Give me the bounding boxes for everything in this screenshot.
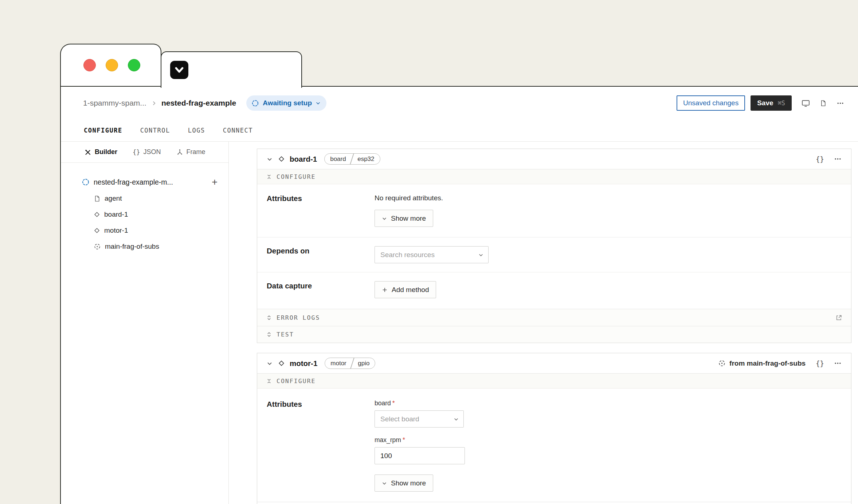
mode-builder[interactable]: Builder (84, 148, 117, 156)
card-header: board-1 board esp32 {} (257, 149, 851, 169)
fragment-source-label: from main-frag-of-subs (729, 359, 806, 367)
configure-section-header[interactable]: CONFIGURE (257, 169, 851, 184)
sidebar: Builder {} JSON Frame (61, 142, 229, 504)
max-rpm-field: max_rpm * (375, 436, 465, 464)
page-title: nested-frag-example (161, 99, 236, 107)
close-window-button[interactable] (83, 59, 96, 71)
collapse-section-icon (266, 378, 272, 384)
plus-icon (382, 287, 388, 293)
fragment-source: from main-frag-of-subs (718, 359, 806, 367)
mode-frame[interactable]: Frame (176, 148, 205, 156)
max-rpm-field-label: max_rpm (375, 436, 401, 444)
depends-on-placeholder: Search resources (380, 251, 435, 259)
json-braces-icon[interactable]: {} (816, 155, 824, 163)
page-header: 1-spammy-spam... nested-frag-example Awa… (61, 87, 858, 119)
resource-card-motor-1: motor-1 motor gpio from main-frag-of-sub… (257, 353, 851, 504)
model-tag: gpio (352, 358, 375, 369)
expand-section-icon (266, 315, 272, 320)
save-button[interactable]: Save ⌘S (751, 95, 792, 111)
tab-connect[interactable]: CONNECT (223, 127, 253, 134)
viam-logo-icon (170, 61, 188, 79)
card-overflow-menu-icon[interactable] (834, 359, 842, 367)
card-overflow-menu-icon[interactable] (834, 155, 842, 163)
tree-item-motor-1[interactable]: motor-1 (61, 223, 228, 239)
diamond-icon (94, 227, 100, 234)
board-select[interactable]: Select board (375, 410, 464, 428)
resource-name: board-1 (290, 155, 317, 164)
frame-axes-icon (176, 149, 183, 155)
depends-on-select[interactable]: Search resources (375, 246, 489, 263)
unsaved-changes-label: Unsaved changes (683, 99, 738, 107)
document-icon[interactable] (820, 99, 827, 107)
monitor-icon[interactable] (802, 99, 810, 107)
no-required-attributes-text: No required attributes. (375, 194, 443, 202)
diamond-icon (94, 211, 100, 218)
attributes-row: Attributes No required attributes. Show … (257, 184, 851, 237)
tab-control[interactable]: CONTROL (140, 127, 170, 134)
builder-wrench-icon (84, 149, 91, 156)
attributes-row: Attributes board * Select board (257, 389, 851, 502)
model-tag: esp32 (352, 154, 380, 164)
chevron-down-icon (454, 417, 459, 422)
breadcrumb-parent[interactable]: 1-spammy-spam... (83, 99, 146, 107)
test-section-header[interactable]: TEST (257, 326, 851, 343)
mode-json[interactable]: {} JSON (133, 148, 161, 156)
board-select-placeholder: Select board (380, 415, 419, 423)
configure-section-header[interactable]: CONFIGURE (257, 374, 851, 389)
chevron-down-icon (478, 252, 483, 257)
machine-status-spinner-icon (82, 178, 90, 186)
required-asterisk: * (392, 399, 395, 407)
collapse-section-icon (266, 174, 272, 180)
expand-section-icon (266, 332, 272, 337)
status-badge[interactable]: Awaiting setup (246, 95, 326, 111)
max-rpm-input[interactable] (375, 447, 465, 464)
status-badge-label: Awaiting setup (263, 99, 312, 107)
tab-configure[interactable]: CONFIGURE (84, 127, 122, 134)
show-more-button[interactable]: Show more (375, 210, 433, 227)
board-field-label: board (375, 399, 391, 407)
collapse-card-icon[interactable] (267, 361, 273, 366)
unsaved-changes-button[interactable]: Unsaved changes (677, 95, 745, 111)
overflow-menu-icon[interactable] (837, 99, 844, 107)
type-tag: board (325, 154, 351, 164)
json-braces-icon[interactable]: {} (816, 359, 824, 367)
app-window: 1-spammy-spam... nested-frag-example Awa… (60, 86, 858, 504)
sidebar-mode-switcher: Builder {} JSON Frame (61, 142, 228, 163)
desktop-background: 1-spammy-spam... nested-frag-example Awa… (0, 0, 858, 504)
fragment-icon (94, 243, 101, 250)
chevron-down-icon (316, 101, 321, 106)
awaiting-spinner-icon (251, 99, 259, 107)
minimize-window-button[interactable] (106, 59, 118, 71)
type-tag: motor (325, 358, 352, 369)
tree-root-machine[interactable]: nested-frag-example-m... + (61, 174, 228, 190)
browser-tab[interactable] (161, 51, 302, 88)
fragment-icon (718, 359, 726, 367)
maximize-window-button[interactable] (128, 59, 140, 71)
add-method-button[interactable]: Add method (375, 281, 436, 298)
resource-tree: nested-frag-example-m... + agent board (61, 163, 228, 255)
tab-logs[interactable]: LOGS (188, 127, 205, 134)
next-section-divider (257, 502, 851, 504)
collapse-card-icon[interactable] (267, 156, 273, 162)
resource-card-board-1: board-1 board esp32 {} (257, 149, 851, 343)
tree-item-agent[interactable]: agent (61, 190, 228, 206)
braces-icon: {} (133, 149, 140, 156)
chevron-down-icon (382, 216, 387, 221)
tree-item-main-frag-of-subs[interactable]: main-frag-of-subs (61, 239, 228, 255)
show-more-button[interactable]: Show more (375, 475, 433, 492)
diamond-icon (278, 155, 285, 162)
chevron-down-icon (382, 481, 387, 486)
data-capture-label: Data capture (267, 281, 375, 298)
attributes-label: Attributes (267, 399, 375, 492)
error-logs-section-header[interactable]: ERROR LOGS (257, 309, 851, 326)
external-link-icon[interactable] (835, 314, 842, 321)
resource-type-tags: motor gpio (325, 358, 375, 369)
config-main-panel: board-1 board esp32 {} (229, 142, 858, 504)
save-shortcut: ⌘S (778, 99, 785, 107)
board-field: board * Select board (375, 399, 464, 428)
depends-on-row: Depends on Search resources (257, 237, 851, 272)
attributes-label: Attributes (267, 194, 375, 227)
tree-item-board-1[interactable]: board-1 (61, 206, 228, 223)
breadcrumb-chevron-icon (151, 101, 157, 106)
add-resource-button[interactable]: + (212, 177, 218, 187)
